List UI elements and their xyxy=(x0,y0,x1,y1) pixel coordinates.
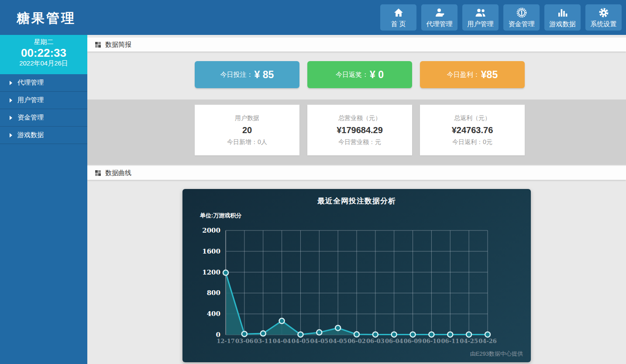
nav-label: 首 页 xyxy=(391,20,406,28)
sidebar-item-funds[interactable]: 资金管理 xyxy=(0,109,87,127)
info-cards-row: 用户数据 20 今日新增：0人 总营业额（元） ¥179684.29 今日营业额… xyxy=(195,105,525,155)
data-point[interactable] xyxy=(429,332,434,337)
total-rebate-card: 总返利（元） ¥24763.76 今日返利：0元 xyxy=(420,105,525,155)
nav-button-home[interactable]: 首 页 xyxy=(380,4,416,31)
data-point[interactable] xyxy=(410,332,416,337)
page: 糖果管理 首 页 代理管理 xyxy=(0,0,626,364)
main-content: 数据简报 今日投注： ¥ 85 今日返奖： ¥ 0 今日盈利： ¥85 用户数据… xyxy=(87,35,626,364)
data-point[interactable] xyxy=(261,331,266,336)
stat-value: ¥ 85 xyxy=(255,69,274,81)
sidebar-item-game-data[interactable]: 游戏数据 xyxy=(0,127,87,144)
grid-icon xyxy=(95,42,101,48)
gear-icon xyxy=(598,7,609,18)
user-data-card: 用户数据 20 今日新增：0人 xyxy=(195,105,299,155)
x-tick-label: 06-09 xyxy=(404,338,422,344)
section-header-data-brief: 数据简报 xyxy=(87,38,626,52)
agent-icon xyxy=(434,7,445,18)
nav-label: 用户管理 xyxy=(468,20,494,28)
x-tick-label: 12-17 xyxy=(217,338,235,344)
users-icon xyxy=(475,7,487,18)
data-point[interactable] xyxy=(316,330,322,335)
x-tick-label: 04-26 xyxy=(478,338,497,344)
clock-time: 00:22:33 xyxy=(0,46,87,59)
y-tick-label: 400 xyxy=(207,310,220,318)
nav-button-agents[interactable]: 代理管理 xyxy=(421,4,457,31)
data-point[interactable] xyxy=(242,331,247,337)
y-tick-label: 2000 xyxy=(202,227,220,234)
stat-label: 今日返奖： xyxy=(336,71,368,79)
nav-label: 系统设置 xyxy=(591,20,617,28)
section-header-data-curve: 数据曲线 xyxy=(87,166,626,180)
stat-value: ¥85 xyxy=(481,69,498,81)
today-payout-card[interactable]: 今日返奖： ¥ 0 xyxy=(307,61,412,88)
info-sub: 今日新增：0人 xyxy=(227,138,267,146)
data-point[interactable] xyxy=(392,332,397,337)
funds-icon xyxy=(516,7,527,18)
today-bet-card[interactable]: 今日投注： ¥ 85 xyxy=(195,61,299,88)
x-tick-label: 06-10 xyxy=(423,338,441,344)
nav-button-game-data[interactable]: 游戏数据 xyxy=(544,4,581,31)
grid-icon xyxy=(95,170,101,176)
y-tick-label: 800 xyxy=(207,289,220,297)
section-title: 数据曲线 xyxy=(105,169,131,177)
y-tick-label: 1600 xyxy=(202,247,220,255)
sidebar-item-users[interactable]: 用户管理 xyxy=(0,92,87,109)
info-value: ¥179684.29 xyxy=(337,125,383,135)
x-tick-label: 03-11 xyxy=(254,338,272,344)
data-point[interactable] xyxy=(447,332,453,337)
x-tick-label: 06-02 xyxy=(347,338,366,344)
home-icon xyxy=(393,7,404,18)
info-sub: 今日返利：0元 xyxy=(452,138,492,146)
stat-label: 今日盈利： xyxy=(447,71,480,79)
info-title: 总营业额（元） xyxy=(338,114,381,122)
x-tick-label: 06-03 xyxy=(366,338,385,344)
bar-chart-icon xyxy=(557,7,568,18)
data-point[interactable] xyxy=(298,332,303,337)
data-point[interactable] xyxy=(279,318,285,323)
info-value: ¥24763.76 xyxy=(452,125,493,135)
clock-weekday: 星期二 xyxy=(0,38,87,46)
bet-analysis-chart: 最近全网投注数据分析 单位:万游戏积分 04008001200160020001… xyxy=(182,189,531,362)
data-point[interactable] xyxy=(466,332,471,337)
clock-date: 2022年04月26日 xyxy=(0,59,87,68)
data-point[interactable] xyxy=(335,325,341,330)
sidebar: 星期二 00:22:33 2022年04月26日 代理管理 用户管理 资金管理 … xyxy=(0,35,87,364)
x-tick-label: 04-05 xyxy=(292,338,310,344)
x-tick-label: 04-04 xyxy=(273,338,291,344)
x-tick-label: 04-25 xyxy=(460,338,478,344)
x-tick-label: 06-04 xyxy=(385,338,403,344)
info-value: 20 xyxy=(242,125,252,135)
data-point[interactable] xyxy=(354,332,359,337)
data-point[interactable] xyxy=(223,270,228,275)
data-point[interactable] xyxy=(373,332,378,337)
x-tick-label: 03-06 xyxy=(235,338,254,344)
chart-plot: 040080012001600200012-1703-0603-1104-040… xyxy=(182,189,531,362)
nav-button-users[interactable]: 用户管理 xyxy=(462,4,499,31)
info-sub: 今日营业额：元 xyxy=(338,138,381,146)
nav-label: 代理管理 xyxy=(427,20,453,28)
chevron-right-icon xyxy=(10,133,12,137)
today-profit-card[interactable]: 今日盈利： ¥85 xyxy=(420,61,525,88)
stat-label: 今日投注： xyxy=(220,71,253,79)
y-tick-label: 1200 xyxy=(202,268,220,276)
data-point[interactable] xyxy=(485,332,490,337)
stat-cards-row: 今日投注： ¥ 85 今日返奖： ¥ 0 今日盈利： ¥85 xyxy=(195,61,525,88)
chevron-right-icon xyxy=(10,116,12,120)
chevron-right-icon xyxy=(10,98,12,103)
sidebar-item-label: 代理管理 xyxy=(17,79,44,87)
nav-button-funds[interactable]: 资金管理 xyxy=(503,4,540,31)
sidebar-item-label: 游戏数据 xyxy=(17,131,44,139)
chart-footer: 由E293数据中心提供 xyxy=(470,350,523,358)
info-title: 总返利（元） xyxy=(454,114,491,122)
top-header: 糖果管理 首 页 代理管理 xyxy=(0,0,626,35)
x-tick-label: 06-11 xyxy=(441,338,459,344)
sidebar-item-agents[interactable]: 代理管理 xyxy=(0,74,87,92)
nav-button-settings[interactable]: 系统设置 xyxy=(585,4,622,31)
clock-widget: 星期二 00:22:33 2022年04月26日 xyxy=(0,35,87,74)
app-title: 糖果管理 xyxy=(17,10,76,27)
info-title: 用户数据 xyxy=(235,114,259,122)
sidebar-item-label: 用户管理 xyxy=(17,96,44,104)
nav-label: 资金管理 xyxy=(509,20,535,28)
nav-label: 游戏数据 xyxy=(550,20,576,28)
total-revenue-card: 总营业额（元） ¥179684.29 今日营业额：元 xyxy=(307,105,412,155)
